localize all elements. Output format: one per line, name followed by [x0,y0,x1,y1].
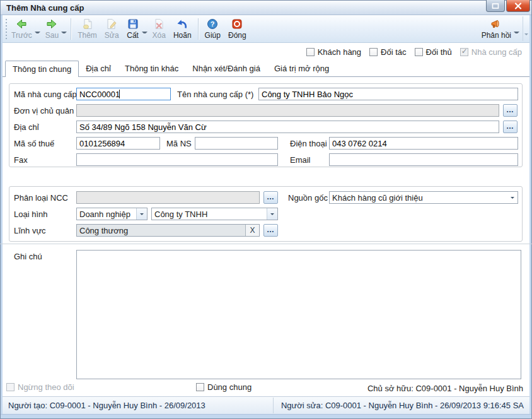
title-bar[interactable]: Thêm Nhà cung cấp [1,1,531,15]
toolbar-separator [198,18,199,40]
next-button-label: Sau [45,31,59,40]
checkbox-box [369,48,378,56]
save-dropdown-arrow-icon[interactable] [142,32,147,35]
business-type-combobox[interactable]: Doanh nghiệp [76,208,147,220]
back-button[interactable]: Trước [8,16,36,41]
company-type-selected-value: Công ty TNHH [152,208,267,220]
tab-thong-tin-khac[interactable]: Thông tin khác [118,61,185,77]
add-button[interactable]: Thêm [74,16,101,41]
svg-text:?: ? [211,20,215,28]
tab-dia-chi[interactable]: Địa chỉ [79,61,118,77]
supplier-category-browse-button[interactable]: … [263,191,278,204]
origin-dropdown-button[interactable] [507,192,518,203]
origin-combobox[interactable]: Khách hàng cũ giới thiệu [329,191,518,204]
checkbox-box [196,383,204,391]
supplier-name-input[interactable] [258,88,518,100]
toolbar: Trước Sau Thêm [3,15,529,43]
next-button[interactable]: Sau [42,16,62,41]
supplier-code-label: Mã nhà cung cấp [14,90,77,99]
arrow-right-icon [45,18,58,30]
parent-unit-input [76,104,499,117]
address-input[interactable] [76,121,499,133]
checkbox-box [306,48,315,56]
notes-textarea[interactable] [76,250,521,379]
feedback-dropdown-arrow-icon[interactable] [514,32,519,35]
checkbox-label: Đối tác [381,47,406,57]
origin-label: Nguồn gốc [288,193,328,203]
maximize-button[interactable] [486,0,505,12]
add-supplier-window: Thêm Nhà cung cấp Trước Sau [0,0,532,419]
created-by-text: Người tạo: C09-0001 - Nguyễn Huy Bình - … [3,401,205,410]
delete-button-label: Xóa [153,31,166,40]
checkbox-box [6,383,14,391]
undo-arrow-icon [176,18,188,30]
checkbox-label: Đối thủ [426,47,452,57]
close-form-button[interactable]: Đóng [224,16,250,41]
toolbar-separator [71,18,71,40]
email-input[interactable] [329,153,518,166]
next-dropdown-arrow-icon[interactable] [61,32,67,35]
edit-document-icon [105,18,118,30]
window-frame-left [1,15,3,418]
shared-label: Dùng chung [207,382,252,392]
edit-button-label: Sửa [105,31,119,40]
company-type-combobox[interactable]: Công ty TNHH [151,208,278,220]
tab-strip: Thông tin chung Địa chỉ Thông tin khác N… [5,61,336,77]
delete-document-icon [153,18,165,30]
undo-button[interactable]: Hoãn [170,16,195,41]
toolbar-overflow-handle[interactable] [523,16,529,41]
tab-gia-tri-mo-rong[interactable]: Giá trị mở rộng [267,61,336,77]
budget-code-label: Mã NS [166,139,192,148]
status-bar: Người tạo: C09-0001 - Nguyễn Huy Bình - … [3,396,529,414]
checkbox-doi-tac[interactable]: Đối tác [369,47,406,57]
checkbox-doi-thu[interactable]: Đối thủ [415,47,452,57]
stop-following-checkbox: Ngừng theo dõi [6,382,74,392]
tax-code-label: Mã số thuế [14,139,54,148]
supplier-name-label: Tên nhà cung cấp (*) [177,90,253,99]
budget-code-input[interactable] [195,137,278,150]
tab-thong-tin-chung[interactable]: Thông tin chung [5,61,79,77]
business-type-dropdown-button[interactable] [136,208,147,220]
fax-label: Fax [14,155,28,165]
tab-nhan-xet-danh-gia[interactable]: Nhận xét/Đánh giá [185,61,267,77]
save-floppy-icon [127,18,139,30]
company-type-dropdown-button[interactable] [267,208,277,220]
close-power-icon [231,18,243,30]
feedback-button-label: Phản hồi [482,31,511,40]
shared-checkbox[interactable]: Dùng chung [196,382,252,392]
phone-input[interactable] [329,137,518,150]
address-browse-button[interactable]: … [503,121,518,133]
industry-clear-button[interactable]: X [245,225,259,236]
parent-unit-browse-button[interactable]: … [503,104,518,117]
edit-button[interactable]: Sửa [101,16,123,41]
checkbox-khach-hang[interactable]: Khách hàng [306,47,361,57]
close-button[interactable] [506,0,530,12]
help-button[interactable]: ? Giúp [201,16,224,41]
phone-label: Điện thoại [290,139,327,148]
tax-code-input[interactable] [76,137,160,150]
window-title: Thêm Nhà cung cấp [6,3,84,13]
parent-unit-label: Đơn vị chủ quản [14,106,74,115]
industry-label: Lĩnh vực [14,226,46,235]
origin-selected-value: Khách hàng cũ giới thiệu [330,192,507,203]
save-button[interactable]: Cất [123,16,143,41]
checkbox-box [460,48,468,56]
checkbox-box [415,48,423,56]
industry-browse-button[interactable]: … [263,224,278,237]
delete-button[interactable]: Xóa [149,16,170,41]
feedback-button[interactable]: Phản hồi [478,16,515,41]
email-label: Email [290,155,311,165]
industry-value: Công thương [77,225,245,236]
business-type-label: Loại hình [14,210,48,219]
back-dropdown-arrow-icon[interactable] [35,32,40,35]
modified-by-text: Người sửa: C09-0001 - Nguyễn Huy Bình - … [273,398,529,413]
text-caret [119,90,120,98]
fax-input[interactable] [76,153,278,166]
industry-field[interactable]: Công thương X [76,224,260,237]
close-icon [514,3,522,9]
back-button-label: Trước [11,31,32,40]
maximize-icon [492,3,499,9]
supplier-code-input[interactable] [76,88,171,100]
save-button-label: Cất [127,31,139,40]
window-frame-bottom [1,414,531,418]
